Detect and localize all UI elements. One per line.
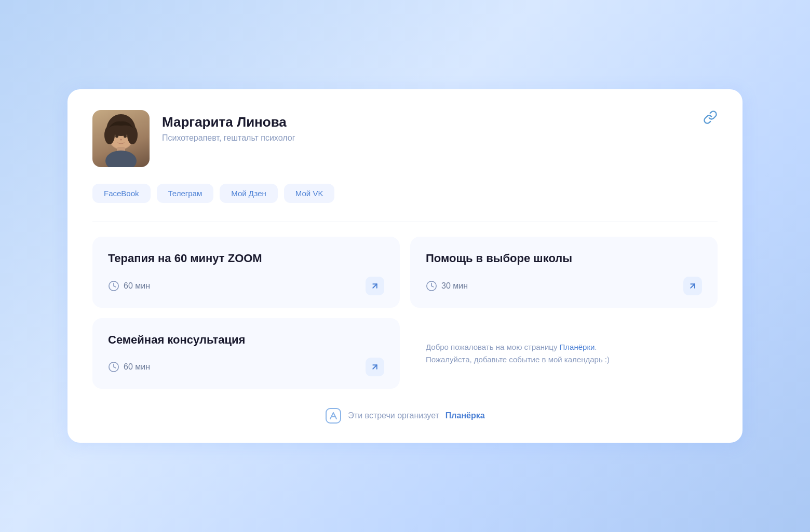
service-card-2: Помощь в выборе школы 30 мин: [410, 237, 718, 308]
profile-header: Маргарита Линова Психотерапевт, гештальт…: [92, 110, 718, 167]
profile-card: Маргарита Линова Психотерапевт, гештальт…: [68, 89, 743, 443]
clock-icon-3: [108, 361, 119, 373]
social-link-facebook[interactable]: FaceBook: [92, 184, 151, 203]
svg-point-8: [115, 134, 118, 138]
profile-name: Маргарита Линова: [162, 114, 295, 130]
copy-link-button[interactable]: [703, 110, 718, 127]
service-duration-1: 60 мин: [108, 280, 150, 292]
divider: [92, 222, 718, 222]
planerk-logo-icon: [325, 407, 342, 424]
social-links-container: FaceBook Телеграм Мой Дзен Мой VK: [92, 184, 718, 203]
svg-line-14: [691, 284, 695, 288]
service-card-3: Семейная консультация 60 мин: [92, 318, 400, 389]
description-before: Добро пожаловать на мою страницу: [426, 343, 560, 351]
description-card: Добро пожаловать на мою страницу Планёрк…: [410, 318, 718, 389]
social-link-dzen[interactable]: Мой Дзен: [220, 184, 278, 203]
service-title-1: Терапия на 60 минут ZOOM: [108, 251, 384, 266]
duration-text-3: 60 мин: [124, 362, 150, 372]
profile-title: Психотерапевт, гештальт психолог: [162, 133, 295, 143]
svg-line-12: [373, 284, 377, 288]
service-title-3: Семейная консультация: [108, 333, 384, 348]
svg-rect-17: [326, 408, 341, 423]
service-arrow-2[interactable]: [683, 277, 702, 295]
svg-point-7: [105, 151, 137, 167]
service-duration-2: 30 мин: [426, 280, 468, 292]
footer-planerk-link[interactable]: Планёрка: [446, 411, 485, 420]
page-background: Маргарита Линова Психотерапевт, гештальт…: [0, 0, 810, 532]
svg-point-10: [120, 139, 122, 140]
svg-line-16: [373, 365, 377, 369]
social-link-telegram[interactable]: Телеграм: [157, 184, 214, 203]
service-card-1: Терапия на 60 минут ZOOM 60 мин: [92, 237, 400, 308]
service-arrow-1[interactable]: [366, 277, 384, 295]
description-text: Добро пожаловать на мою страницу Планёрк…: [426, 341, 702, 366]
avatar: [92, 110, 150, 167]
social-link-vk[interactable]: Мой VK: [284, 184, 335, 203]
service-arrow-3[interactable]: [366, 358, 384, 376]
footer: Эти встречи организует Планёрка: [92, 403, 718, 424]
services-grid: Терапия на 60 минут ZOOM 60 мин: [92, 237, 718, 389]
svg-point-5: [127, 126, 138, 144]
clock-icon-1: [108, 280, 119, 292]
profile-info: Маргарита Линова Психотерапевт, гештальт…: [162, 110, 295, 143]
description-planerk-link[interactable]: Планёрки: [560, 343, 595, 351]
svg-point-4: [104, 126, 115, 144]
service-title-2: Помощь в выборе школы: [426, 251, 702, 266]
service-meta-2: 30 мин: [426, 277, 702, 295]
service-meta-1: 60 мин: [108, 277, 384, 295]
service-meta-3: 60 мин: [108, 358, 384, 376]
footer-text: Эти встречи организует: [348, 411, 439, 420]
svg-point-9: [124, 134, 127, 138]
duration-text-1: 60 мин: [124, 281, 150, 291]
clock-icon-2: [426, 280, 437, 292]
service-duration-3: 60 мин: [108, 361, 150, 373]
duration-text-2: 30 мин: [441, 281, 468, 291]
